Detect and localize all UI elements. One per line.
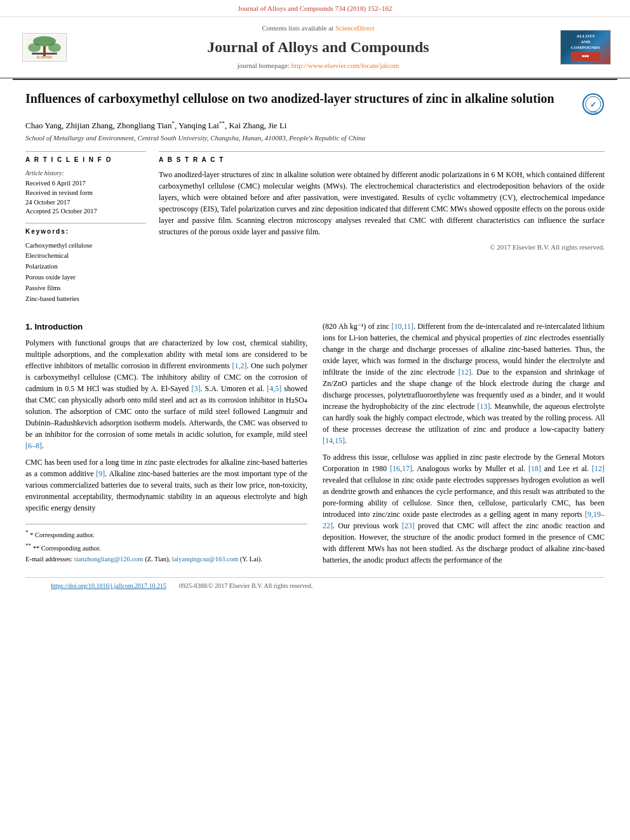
affiliation: School of Metallurgy and Environment, Ce… — [25, 133, 605, 143]
elsevier-tree-icon: ELSEVIER — [25, 35, 64, 59]
footnote-1: * * Corresponding author. — [25, 528, 307, 540]
abstract-header: A B S T R A C T — [159, 156, 605, 165]
svg-text:CrossMark: CrossMark — [587, 110, 599, 114]
body-para-3: (820 Ah kg⁻¹) of zinc [10,11]. Different… — [323, 321, 605, 446]
body-right-column: (820 Ah kg⁻¹) of zinc [10,11]. Different… — [323, 321, 605, 571]
crossmark-icon: ✓ CrossMark — [582, 93, 605, 116]
ref-18[interactable]: [18] — [528, 464, 541, 473]
ref-12b[interactable]: [12] — [592, 464, 605, 473]
homepage-url[interactable]: http://www.elsevier.com/locate/jalcom — [292, 62, 399, 69]
article-title-section: Influences of carboxymethyl cellulose on… — [25, 90, 605, 116]
intro-section-title: 1. Introduction — [25, 321, 307, 333]
article-info-abstract: A R T I C L E I N F O Article history: R… — [25, 151, 605, 304]
ref-9[interactable]: [9] — [96, 469, 105, 478]
ref-3[interactable]: [3] — [191, 384, 200, 393]
keyword-4: Porous oxide layer — [25, 272, 146, 283]
article-title: Influences of carboxymethyl cellulose on… — [25, 90, 574, 107]
ref-10-11[interactable]: [10,11] — [391, 322, 413, 331]
ref-14-15[interactable]: [14,15] — [323, 436, 345, 445]
keyword-1: Carboxymethyl cellulose — [25, 241, 146, 251]
sciencedirect-link[interactable]: ScienceDirect — [335, 24, 375, 32]
journal-cover: ALLOYS AND COMPOUNDS ■■■ — [560, 30, 617, 65]
article-history-label: Article history: — [25, 169, 146, 178]
journal-header-center: Contents lists available at ScienceDirec… — [76, 23, 560, 71]
abstract-column: A B S T R A C T Two anodized-layer struc… — [159, 151, 605, 304]
article-body: 1. Introduction Polymers with functional… — [0, 321, 630, 595]
revised-label: Received in revised form — [25, 189, 146, 198]
ref-9-19-22[interactable]: [9,19–22] — [323, 510, 605, 530]
svg-rect-5 — [32, 53, 57, 55]
issn-text: 0925-8388/© 2017 Elsevier B.V. All right… — [179, 582, 312, 591]
doi-link[interactable]: https://doi.org/10.1016/j.jallcom.2017.1… — [51, 582, 166, 591]
footnote-2: ** ** Corresponding author. — [25, 542, 307, 553]
journal-cover-image: ALLOYS AND COMPOUNDS ■■■ — [560, 30, 611, 65]
keyword-3: Polarization — [25, 262, 146, 272]
svg-text:ELSEVIER: ELSEVIER — [37, 55, 53, 59]
ref-23[interactable]: [23] — [402, 521, 415, 530]
copyright-line: © 2017 Elsevier B.V. All rights reserved… — [159, 243, 605, 253]
elsevier-logo: ELSEVIER — [13, 33, 76, 62]
keyword-5: Passive films — [25, 283, 146, 294]
article-info-column: A R T I C L E I N F O Article history: R… — [25, 151, 146, 304]
elsevier-logo-box: ELSEVIER — [22, 33, 67, 62]
email-link-2[interactable]: laiyanqingcsu@163.com — [172, 556, 238, 563]
article-main: Influences of carboxymethyl cellulose on… — [0, 80, 630, 315]
body-para-2: CMC has been used for a long time in zin… — [25, 457, 307, 514]
journal-reference: Journal of Alloys and Compounds 734 (201… — [0, 0, 630, 17]
article-history-group: Article history: Received 6 April 2017 R… — [25, 169, 146, 217]
ref-6-8[interactable]: [6–8] — [25, 441, 42, 450]
body-two-column: 1. Introduction Polymers with functional… — [25, 321, 605, 571]
journal-homepage: journal homepage: http://www.elsevier.co… — [76, 61, 560, 71]
body-para-1: Polymers with functional groups that are… — [25, 337, 307, 451]
footnotes-section: * * Corresponding author. ** ** Correspo… — [25, 524, 307, 564]
received-date: Received 6 April 2017 — [25, 179, 146, 189]
journal-title: Journal of Alloys and Compounds — [76, 36, 560, 58]
accepted-date: Accepted 25 October 2017 — [25, 207, 146, 217]
abstract-text: Two anodized-layer structures of zinc in… — [159, 169, 605, 237]
email-footnote: E-mail addresses: tianzhongliang@126.com… — [25, 555, 307, 564]
keywords-header: Keywords: — [25, 227, 146, 237]
svg-point-2 — [28, 43, 41, 52]
email-link-1[interactable]: tianzhongliang@126.com — [74, 556, 144, 563]
keyword-6: Zinc-based batteries — [25, 294, 146, 305]
svg-text:✓: ✓ — [590, 100, 596, 109]
ref-13[interactable]: [13] — [478, 402, 490, 411]
authors: Chao Yang, Zhijian Zhang, Zhongliang Tia… — [25, 119, 605, 132]
body-para-4: To address this issue, cellulose was app… — [323, 451, 605, 566]
journal-ref-text: Journal of Alloys and Compounds 734 (201… — [238, 4, 392, 12]
bottom-bar: https://doi.org/10.1016/j.jallcom.2017.1… — [25, 577, 605, 595]
ref-1-2[interactable]: [1,2] — [232, 361, 247, 370]
keywords-section: Keywords: Carboxymethyl cellulose Electr… — [25, 223, 146, 304]
sciencedirect-label: Contents lists available at ScienceDirec… — [76, 23, 560, 34]
ref-16-17[interactable]: [16,17] — [390, 464, 412, 473]
revised-date: 24 October 2017 — [25, 198, 146, 208]
body-left-column: 1. Introduction Polymers with functional… — [25, 321, 307, 571]
keyword-2: Electrochemical — [25, 251, 146, 262]
ref-12[interactable]: [12] — [459, 368, 471, 377]
svg-point-3 — [48, 43, 61, 52]
ref-4-5[interactable]: [4,5] — [267, 384, 281, 393]
journal-header: ELSEVIER Contents lists available at Sci… — [0, 17, 630, 79]
article-info-header: A R T I C L E I N F O — [25, 156, 146, 165]
